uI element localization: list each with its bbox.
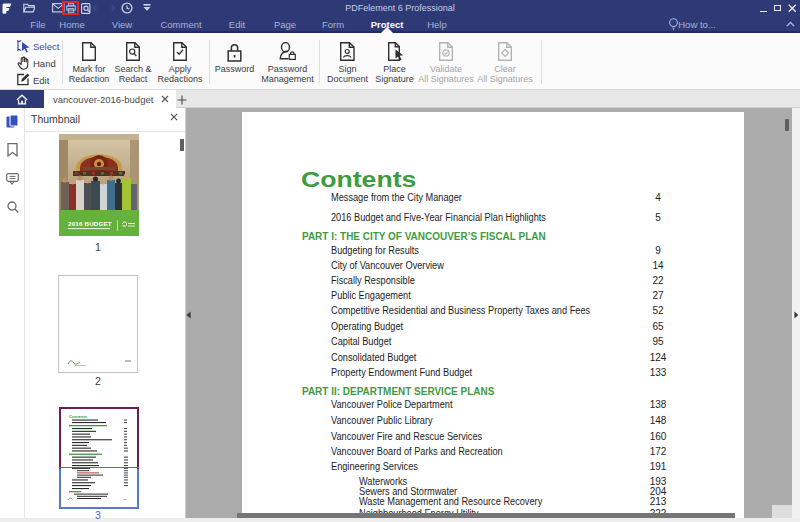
svg-text:2016 BUDGET: 2016 BUDGET — [68, 220, 112, 227]
